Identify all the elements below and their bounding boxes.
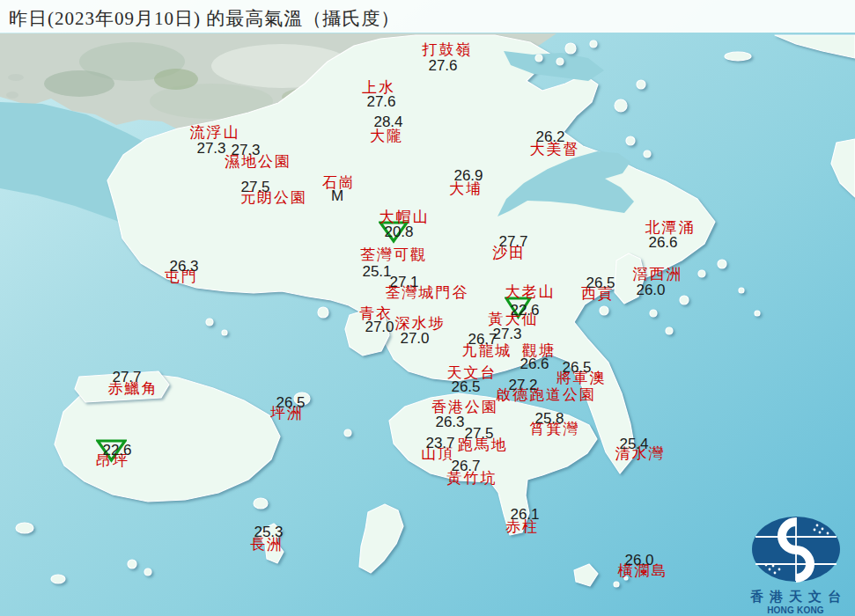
- station-name: 北潭涌: [645, 220, 696, 235]
- station-value: 27.1: [389, 275, 418, 290]
- station-value: 26.5: [586, 275, 615, 290]
- station-value: 26.0: [636, 282, 665, 297]
- station-name: 荃灣可觀: [360, 247, 427, 262]
- station-value: 27.5: [240, 180, 269, 194]
- station-value: 28.4: [373, 114, 402, 129]
- station-value: 27.6: [366, 94, 395, 109]
- station-value: 26.9: [453, 168, 483, 183]
- station-value: 27.7: [112, 370, 141, 385]
- station-value: 26.1: [510, 507, 539, 522]
- max-temperature-map: 昨日(2023年09月10日) 的最高氣溫（攝氏度） 打鼓嶺27.6上水27.6…: [0, 0, 855, 616]
- station-value: 26.0: [624, 553, 653, 568]
- station-value: 27.0: [400, 331, 429, 346]
- station-value: 25.3: [254, 524, 283, 539]
- station-value: 27.3: [231, 143, 260, 158]
- station-value: 23.7: [425, 436, 454, 451]
- station-value: 26.5: [276, 395, 305, 410]
- station-value: 26.7: [468, 332, 497, 347]
- station-value: 27.2: [508, 378, 537, 392]
- station-value: 25.8: [534, 411, 564, 426]
- station-value: 27.3: [196, 141, 225, 156]
- station-value: M: [331, 188, 343, 203]
- station-value: 20.8: [384, 224, 413, 239]
- station-value: 27.5: [464, 426, 493, 441]
- hko-logo-icon: [750, 515, 842, 583]
- station-value: 27.7: [498, 234, 527, 249]
- station-value: 22.6: [102, 443, 131, 458]
- station-value: 26.3: [169, 259, 198, 274]
- station-name: 大老山: [505, 284, 556, 299]
- station-name: 大帽山: [380, 209, 430, 224]
- station-value: 26.3: [435, 414, 464, 429]
- station-value: 26.7: [451, 458, 480, 473]
- station-value: 26.6: [648, 235, 677, 250]
- station-name: 流浮山: [190, 125, 240, 140]
- station-value: 27.0: [365, 319, 394, 334]
- station-value: 22.6: [510, 303, 539, 318]
- station-value: 26.5: [451, 379, 480, 394]
- station-value: 25.1: [362, 264, 391, 279]
- station-name: 大隴: [370, 128, 403, 143]
- station-name: 滘西洲: [633, 267, 683, 282]
- station-value: 26.6: [520, 356, 549, 371]
- hko-logo-english: HONG KONG OBSERVATORY: [736, 605, 855, 616]
- hko-logo-chinese: 香港天文台: [736, 589, 855, 605]
- station-value: 26.2: [535, 129, 564, 144]
- station-name: 香港公園: [431, 400, 498, 414]
- station-name: 深水埗: [395, 316, 446, 331]
- station-value: 25.4: [619, 436, 648, 451]
- station-labels-layer: 打鼓嶺27.6上水27.6大隴28.4流浮山27.3濕地公園27.3元朗公園27…: [0, 0, 855, 616]
- station-value: 26.5: [562, 360, 591, 375]
- station-value: 27.6: [428, 58, 457, 73]
- hko-logo: 香港天文台 HONG KONG OBSERVATORY: [736, 515, 855, 616]
- station-name: 打鼓嶺: [423, 42, 473, 57]
